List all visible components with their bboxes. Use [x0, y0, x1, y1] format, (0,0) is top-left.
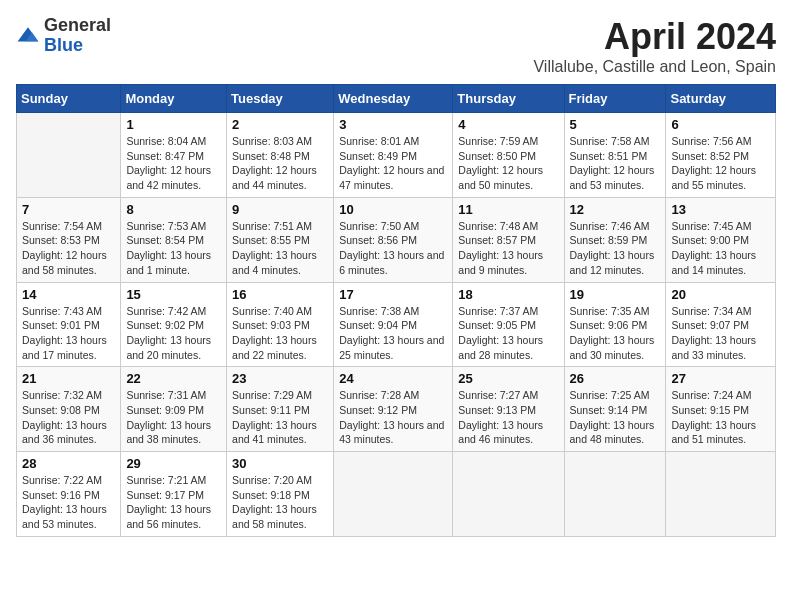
- day-number: 24: [339, 371, 447, 386]
- day-info: Sunrise: 8:03 AMSunset: 8:48 PMDaylight:…: [232, 134, 328, 193]
- day-number: 5: [570, 117, 661, 132]
- weekday-header: Saturday: [666, 85, 776, 113]
- weekday-header: Tuesday: [227, 85, 334, 113]
- day-number: 6: [671, 117, 770, 132]
- calendar-cell: 9 Sunrise: 7:51 AMSunset: 8:55 PMDayligh…: [227, 197, 334, 282]
- day-number: 18: [458, 287, 558, 302]
- calendar-cell: 6 Sunrise: 7:56 AMSunset: 8:52 PMDayligh…: [666, 113, 776, 198]
- logo-text: General Blue: [44, 16, 111, 56]
- calendar-cell: 22 Sunrise: 7:31 AMSunset: 9:09 PMDaylig…: [121, 367, 227, 452]
- logo: General Blue: [16, 16, 111, 56]
- main-title: April 2024: [533, 16, 776, 58]
- calendar-table: SundayMondayTuesdayWednesdayThursdayFrid…: [16, 84, 776, 537]
- day-info: Sunrise: 7:29 AMSunset: 9:11 PMDaylight:…: [232, 388, 328, 447]
- calendar-cell: 13 Sunrise: 7:45 AMSunset: 9:00 PMDaylig…: [666, 197, 776, 282]
- day-info: Sunrise: 7:56 AMSunset: 8:52 PMDaylight:…: [671, 134, 770, 193]
- day-number: 8: [126, 202, 221, 217]
- weekday-header: Thursday: [453, 85, 564, 113]
- calendar-cell: [453, 452, 564, 537]
- title-area: April 2024 Villalube, Castille and Leon,…: [533, 16, 776, 76]
- calendar-cell: 11 Sunrise: 7:48 AMSunset: 8:57 PMDaylig…: [453, 197, 564, 282]
- day-info: Sunrise: 7:20 AMSunset: 9:18 PMDaylight:…: [232, 473, 328, 532]
- calendar-week-row: 1 Sunrise: 8:04 AMSunset: 8:47 PMDayligh…: [17, 113, 776, 198]
- day-number: 2: [232, 117, 328, 132]
- day-info: Sunrise: 7:40 AMSunset: 9:03 PMDaylight:…: [232, 304, 328, 363]
- day-number: 15: [126, 287, 221, 302]
- day-info: Sunrise: 7:48 AMSunset: 8:57 PMDaylight:…: [458, 219, 558, 278]
- day-info: Sunrise: 7:22 AMSunset: 9:16 PMDaylight:…: [22, 473, 115, 532]
- day-number: 3: [339, 117, 447, 132]
- calendar-cell: 23 Sunrise: 7:29 AMSunset: 9:11 PMDaylig…: [227, 367, 334, 452]
- day-info: Sunrise: 8:01 AMSunset: 8:49 PMDaylight:…: [339, 134, 447, 193]
- day-number: 22: [126, 371, 221, 386]
- calendar-cell: 21 Sunrise: 7:32 AMSunset: 9:08 PMDaylig…: [17, 367, 121, 452]
- day-info: Sunrise: 7:31 AMSunset: 9:09 PMDaylight:…: [126, 388, 221, 447]
- day-info: Sunrise: 7:51 AMSunset: 8:55 PMDaylight:…: [232, 219, 328, 278]
- calendar-cell: 26 Sunrise: 7:25 AMSunset: 9:14 PMDaylig…: [564, 367, 666, 452]
- weekday-header: Monday: [121, 85, 227, 113]
- calendar-cell: 18 Sunrise: 7:37 AMSunset: 9:05 PMDaylig…: [453, 282, 564, 367]
- calendar-cell: 28 Sunrise: 7:22 AMSunset: 9:16 PMDaylig…: [17, 452, 121, 537]
- calendar-cell: 1 Sunrise: 8:04 AMSunset: 8:47 PMDayligh…: [121, 113, 227, 198]
- calendar-cell: 17 Sunrise: 7:38 AMSunset: 9:04 PMDaylig…: [334, 282, 453, 367]
- calendar-cell: 27 Sunrise: 7:24 AMSunset: 9:15 PMDaylig…: [666, 367, 776, 452]
- day-number: 23: [232, 371, 328, 386]
- calendar-cell: [564, 452, 666, 537]
- day-number: 1: [126, 117, 221, 132]
- calendar-cell: 2 Sunrise: 8:03 AMSunset: 8:48 PMDayligh…: [227, 113, 334, 198]
- calendar-cell: 16 Sunrise: 7:40 AMSunset: 9:03 PMDaylig…: [227, 282, 334, 367]
- calendar-week-row: 28 Sunrise: 7:22 AMSunset: 9:16 PMDaylig…: [17, 452, 776, 537]
- day-number: 19: [570, 287, 661, 302]
- day-info: Sunrise: 7:37 AMSunset: 9:05 PMDaylight:…: [458, 304, 558, 363]
- day-info: Sunrise: 7:42 AMSunset: 9:02 PMDaylight:…: [126, 304, 221, 363]
- weekday-header-row: SundayMondayTuesdayWednesdayThursdayFrid…: [17, 85, 776, 113]
- day-info: Sunrise: 7:43 AMSunset: 9:01 PMDaylight:…: [22, 304, 115, 363]
- day-info: Sunrise: 7:58 AMSunset: 8:51 PMDaylight:…: [570, 134, 661, 193]
- day-number: 14: [22, 287, 115, 302]
- calendar-cell: 10 Sunrise: 7:50 AMSunset: 8:56 PMDaylig…: [334, 197, 453, 282]
- day-number: 30: [232, 456, 328, 471]
- day-info: Sunrise: 7:50 AMSunset: 8:56 PMDaylight:…: [339, 219, 447, 278]
- calendar-week-row: 7 Sunrise: 7:54 AMSunset: 8:53 PMDayligh…: [17, 197, 776, 282]
- calendar-cell: 12 Sunrise: 7:46 AMSunset: 8:59 PMDaylig…: [564, 197, 666, 282]
- day-number: 17: [339, 287, 447, 302]
- calendar-cell: 15 Sunrise: 7:42 AMSunset: 9:02 PMDaylig…: [121, 282, 227, 367]
- weekday-header: Wednesday: [334, 85, 453, 113]
- day-number: 16: [232, 287, 328, 302]
- day-number: 7: [22, 202, 115, 217]
- day-number: 12: [570, 202, 661, 217]
- day-info: Sunrise: 7:28 AMSunset: 9:12 PMDaylight:…: [339, 388, 447, 447]
- logo-general: General: [44, 16, 111, 36]
- day-info: Sunrise: 7:24 AMSunset: 9:15 PMDaylight:…: [671, 388, 770, 447]
- day-info: Sunrise: 7:25 AMSunset: 9:14 PMDaylight:…: [570, 388, 661, 447]
- day-info: Sunrise: 7:45 AMSunset: 9:00 PMDaylight:…: [671, 219, 770, 278]
- calendar-cell: 3 Sunrise: 8:01 AMSunset: 8:49 PMDayligh…: [334, 113, 453, 198]
- day-info: Sunrise: 7:34 AMSunset: 9:07 PMDaylight:…: [671, 304, 770, 363]
- calendar-week-row: 14 Sunrise: 7:43 AMSunset: 9:01 PMDaylig…: [17, 282, 776, 367]
- calendar-cell: [334, 452, 453, 537]
- header: General Blue April 2024 Villalube, Casti…: [16, 16, 776, 76]
- day-number: 20: [671, 287, 770, 302]
- weekday-header: Friday: [564, 85, 666, 113]
- day-number: 4: [458, 117, 558, 132]
- calendar-cell: 29 Sunrise: 7:21 AMSunset: 9:17 PMDaylig…: [121, 452, 227, 537]
- day-info: Sunrise: 7:59 AMSunset: 8:50 PMDaylight:…: [458, 134, 558, 193]
- subtitle: Villalube, Castille and Leon, Spain: [533, 58, 776, 76]
- calendar-cell: 7 Sunrise: 7:54 AMSunset: 8:53 PMDayligh…: [17, 197, 121, 282]
- calendar-cell: [17, 113, 121, 198]
- logo-icon: [16, 24, 40, 48]
- day-info: Sunrise: 7:38 AMSunset: 9:04 PMDaylight:…: [339, 304, 447, 363]
- day-info: Sunrise: 8:04 AMSunset: 8:47 PMDaylight:…: [126, 134, 221, 193]
- calendar-cell: 30 Sunrise: 7:20 AMSunset: 9:18 PMDaylig…: [227, 452, 334, 537]
- day-number: 29: [126, 456, 221, 471]
- day-number: 27: [671, 371, 770, 386]
- calendar-cell: 19 Sunrise: 7:35 AMSunset: 9:06 PMDaylig…: [564, 282, 666, 367]
- day-number: 9: [232, 202, 328, 217]
- calendar-cell: 25 Sunrise: 7:27 AMSunset: 9:13 PMDaylig…: [453, 367, 564, 452]
- day-number: 21: [22, 371, 115, 386]
- calendar-cell: [666, 452, 776, 537]
- day-info: Sunrise: 7:54 AMSunset: 8:53 PMDaylight:…: [22, 219, 115, 278]
- logo-blue: Blue: [44, 36, 111, 56]
- weekday-header: Sunday: [17, 85, 121, 113]
- day-info: Sunrise: 7:21 AMSunset: 9:17 PMDaylight:…: [126, 473, 221, 532]
